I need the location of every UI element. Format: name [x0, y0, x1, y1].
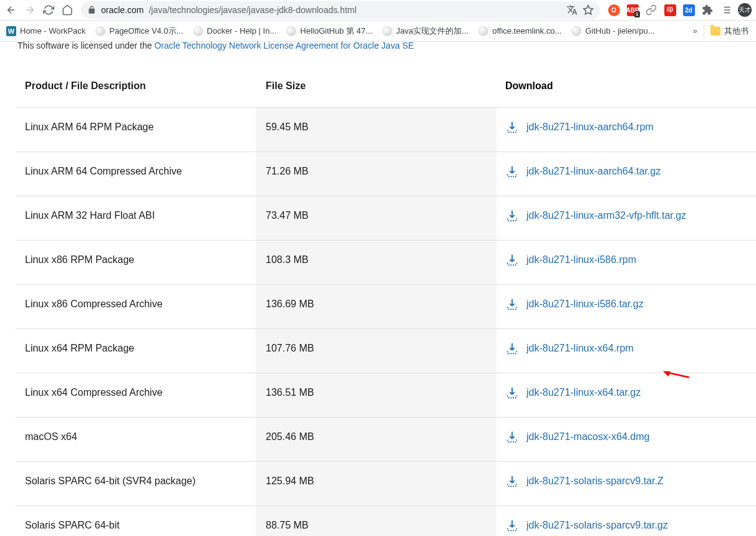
folder-icon: [710, 27, 720, 36]
download-filename: jdk-8u271-solaris-sparcv9.tar.Z: [526, 476, 664, 487]
star-icon[interactable]: [583, 4, 594, 16]
url-path: /java/technologies/javase/javase-jdk8-do…: [148, 5, 356, 15]
reload-button[interactable]: [41, 2, 56, 17]
table-row: Linux x86 RPM Package108.3 MBjdk-8u271-l…: [16, 241, 756, 285]
product-cell: Linux x86 RPM Package: [16, 241, 256, 284]
download-filename: jdk-8u271-linux-aarch64.rpm: [526, 122, 654, 133]
bookmark-item[interactable]: office.teemlink.co...: [475, 24, 565, 39]
extension-2d-icon[interactable]: 2d: [681, 2, 696, 17]
globe-icon: [382, 26, 392, 36]
download-icon: [505, 519, 519, 532]
download-cell: jdk-8u271-linux-aarch64.rpm: [497, 108, 737, 151]
table-row: Linux ARM 32 Hard Float ABI73.47 MBjdk-8…: [16, 196, 756, 241]
table-row: Linux x64 RPM Package107.76 MBjdk-8u271-…: [16, 329, 756, 373]
download-cell: jdk-8u271-solaris-sparcv9.tar.Z: [497, 462, 737, 505]
back-button[interactable]: [4, 2, 19, 17]
profile-avatar[interactable]: 天才: [737, 2, 752, 17]
size-cell: 108.3 MB: [256, 241, 497, 284]
size-cell: 136.69 MB: [256, 285, 497, 328]
bookmark-label: office.teemlink.co...: [492, 26, 561, 36]
bookmark-label: Java实现文件的加...: [396, 26, 468, 37]
download-link[interactable]: jdk-8u271-linux-i586.rpm: [505, 249, 737, 267]
product-cell: Linux ARM 64 RPM Package: [16, 108, 256, 151]
table-row: macOS x64205.46 MBjdk-8u271-macosx-x64.d…: [16, 418, 756, 462]
bookmark-item[interactable]: Docker - Help | In...: [190, 24, 281, 39]
header-size: File Size: [256, 65, 497, 107]
bookmark-label: HelloGitHub 第 47...: [300, 26, 372, 37]
extension-brave-icon[interactable]: O: [606, 2, 621, 17]
page-content: This software is licensed under the Orac…: [0, 41, 756, 536]
download-icon: [505, 342, 519, 355]
home-icon: [62, 4, 73, 16]
download-icon: [505, 386, 519, 400]
reload-icon: [43, 4, 54, 16]
forward-button[interactable]: [22, 2, 37, 17]
download-filename: jdk-8u271-linux-x64.tar.gz: [526, 387, 641, 398]
size-cell: 205.46 MB: [256, 418, 497, 461]
bookmarks-bar: WHome - WorkPackPageOffice V4.0示...Docke…: [0, 21, 756, 42]
header-download: Download: [497, 65, 737, 107]
license-text: This software is licensed under the Orac…: [0, 41, 756, 52]
product-cell: Solaris SPARC 64-bit: [16, 506, 256, 536]
size-cell: 88.75 MB: [256, 506, 497, 536]
table-row: Linux ARM 64 RPM Package59.45 MBjdk-8u27…: [16, 108, 756, 152]
download-link[interactable]: jdk-8u271-linux-aarch64.tar.gz: [505, 161, 737, 178]
download-link[interactable]: jdk-8u271-solaris-sparcv9.tar.gz: [505, 515, 737, 532]
other-bookmarks-label: 其他书: [724, 26, 749, 37]
size-cell: 59.45 MB: [256, 108, 497, 151]
bookmark-item[interactable]: HelloGitHub 第 47...: [283, 23, 376, 39]
extension-save-icon[interactable]: 印: [662, 2, 677, 17]
product-cell: Linux ARM 32 Hard Float ABI: [16, 196, 256, 240]
download-link[interactable]: jdk-8u271-linux-x64.tar.gz: [505, 382, 737, 400]
globe-icon: [571, 26, 581, 36]
download-link[interactable]: jdk-8u271-linux-i586.tar.gz: [505, 294, 737, 311]
product-cell: Linux x64 RPM Package: [16, 329, 256, 373]
product-cell: Linux x86 Compressed Archive: [16, 285, 256, 328]
bookmarks-overflow[interactable]: »: [689, 26, 701, 36]
bookmark-item[interactable]: GitHub - jielen/pu...: [568, 24, 658, 39]
download-cell: jdk-8u271-linux-arm32-vfp-hflt.tar.gz: [497, 196, 737, 240]
download-filename: jdk-8u271-linux-arm32-vfp-hflt.tar.gz: [526, 210, 686, 221]
download-icon: [505, 474, 519, 488]
other-bookmarks[interactable]: 其他书: [707, 23, 752, 39]
reading-list-button[interactable]: [719, 2, 734, 17]
bookmark-item[interactable]: WHome - WorkPack: [2, 24, 89, 39]
translate-icon[interactable]: [566, 4, 578, 16]
license-link[interactable]: Oracle Technology Network License Agreem…: [154, 41, 414, 50]
bookmark-item[interactable]: Java实现文件的加...: [379, 23, 472, 39]
bookmark-item[interactable]: PageOffice V4.0示...: [92, 23, 187, 39]
arrow-left-icon: [6, 4, 17, 16]
wordpress-icon: W: [6, 26, 16, 36]
url-host: oracle.com: [101, 5, 143, 15]
download-cell: jdk-8u271-linux-i586.rpm: [497, 241, 737, 284]
extensions-button[interactable]: [700, 2, 715, 17]
download-link[interactable]: jdk-8u271-linux-x64.rpm: [505, 338, 737, 355]
home-button[interactable]: [60, 2, 75, 17]
download-icon: [505, 253, 519, 267]
download-link[interactable]: jdk-8u271-linux-aarch64.rpm: [505, 117, 737, 134]
download-table: Product / File Description File Size Dow…: [16, 65, 756, 536]
download-filename: jdk-8u271-solaris-sparcv9.tar.gz: [526, 520, 668, 531]
puzzle-icon: [702, 4, 713, 16]
address-bar[interactable]: oracle.com/java/technologies/javase/java…: [81, 1, 600, 19]
product-cell: macOS x64: [16, 418, 256, 461]
download-filename: jdk-8u271-linux-i586.tar.gz: [526, 299, 644, 310]
product-cell: Solaris SPARC 64-bit (SVR4 package): [16, 462, 256, 505]
download-link[interactable]: jdk-8u271-solaris-sparcv9.tar.Z: [505, 471, 737, 488]
lock-icon: [87, 6, 96, 14]
svg-marker-0: [584, 6, 593, 14]
download-icon: [505, 430, 519, 444]
browser-toolbar: oracle.com/java/technologies/javase/java…: [0, 0, 756, 21]
table-header-row: Product / File Description File Size Dow…: [16, 65, 756, 108]
download-link[interactable]: jdk-8u271-linux-arm32-vfp-hflt.tar.gz: [505, 205, 737, 223]
download-link[interactable]: jdk-8u271-macosx-x64.dmg: [505, 426, 737, 444]
header-product: Product / File Description: [16, 65, 256, 107]
extension-link-icon[interactable]: [644, 2, 659, 17]
download-icon: [505, 120, 519, 134]
globe-icon: [478, 26, 488, 36]
download-icon: [505, 297, 519, 311]
size-cell: 73.47 MB: [256, 196, 497, 240]
extension-abp-icon[interactable]: ABP1: [625, 2, 640, 17]
bookmark-label: Docker - Help | In...: [207, 26, 277, 36]
size-cell: 107.76 MB: [256, 329, 497, 373]
